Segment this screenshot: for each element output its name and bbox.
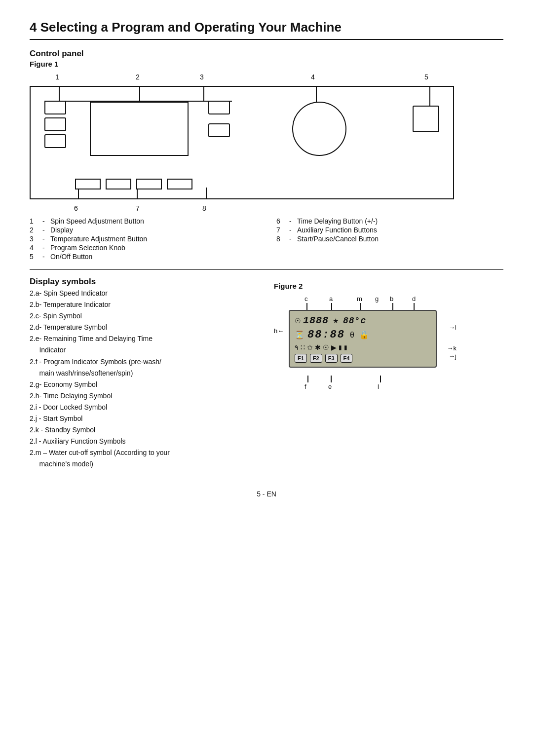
num-label-2: 2 [136,73,140,81]
line-e [331,376,332,382]
display-row4: F1 F2 F3 F4 [295,354,431,363]
num-label-8: 8 [202,204,206,212]
num-label-7: 7 [136,204,140,212]
control-panel-diagram [30,86,454,199]
temp-btn-1 [208,101,230,114]
figure2-display: ☉ 1888 ★ 88°c ⏳ 88:88 θ 🔒 ٩ ∷ ✩ ✱ [289,310,437,368]
spin-btn-2 [44,117,66,131]
figure1-label: Figure 1 [30,60,503,68]
section1-title: Control panel [30,49,503,59]
num-label-4: 4 [311,73,315,81]
ind-8 [136,179,162,189]
part-2: 2 - Display [30,226,257,234]
ann-k: →k [447,344,457,352]
ann-c: c [305,295,308,302]
temp-btn-2 [208,123,230,137]
lock-icon: 🔒 [359,330,369,340]
symbols-left: Display symbols 2.a- Spin Speed Indicato… [30,277,259,470]
line-m [360,303,361,310]
spin-count: 1888 [303,315,329,326]
star-icon: ★ [333,317,339,325]
ann-f: f [305,383,306,390]
ann-d: d [412,295,416,302]
ann-i: →i [449,324,457,331]
ann-h: h← [274,327,284,335]
f2-button: F2 [310,354,322,363]
part-5: 5 - On/Off Button [30,253,257,261]
program-knob [292,102,346,156]
icon-wash2: ∷ [301,343,305,351]
part-1: 1 - Spin Speed Adjustment Button [30,217,257,225]
icon-wash5: ☉ [323,343,329,351]
sym-2g: 2.g- Economy Symbol [30,379,259,390]
control-panel-diagram-wrapper: 1 2 3 4 5 [30,86,454,199]
bottom-indicators [75,179,192,189]
sym-2c: 2.c- Spin Symbol [30,310,259,322]
control-panel-section: Control panel Figure 1 1 2 3 4 5 [30,49,503,261]
onoff-btn [413,106,439,132]
sym-2b: 2.b- Temperature Indicator [30,299,259,310]
part-8: 8 - Start/Pause/Cancel Button [276,235,503,243]
line-b [392,303,393,310]
ind-9 [167,179,192,189]
parts-list: 1 - Spin Speed Adjustment Button 2 - Dis… [30,217,503,261]
parts-col-left: 1 - Spin Speed Adjustment Button 2 - Dis… [30,217,257,261]
page-footer: 5 - EN [30,490,503,498]
f4-button: F4 [341,354,353,363]
sym-2k: 2.k - Standby Symbol [30,424,259,436]
section-divider [30,269,503,270]
icon-standby1: ▮ [339,344,342,351]
eco-icon: θ [350,331,354,340]
display-element [90,102,189,156]
line-l [380,376,381,382]
sym-2h: 2.h- Time Delaying Symbol [30,390,259,402]
part-3: 3 - Temperature Adjustment Button [30,235,257,243]
sym-2j: 2.j - Start Symbol [30,413,259,424]
sym-2d: 2.d- Temperature Symbol [30,322,259,333]
page-title: 4 Selecting a Program and Operating Your… [30,20,503,40]
parts-col-right: 6 - Time Delaying Button (+/-) 7 - Auxil… [276,217,503,261]
icon-play: ▶ [331,343,337,351]
icon-wash4: ✱ [315,343,321,351]
hourglass-icon: ⏳ [295,330,305,340]
icon-target: ☉ [295,317,301,325]
spin-btn-1 [44,101,66,114]
ind-7 [106,179,131,189]
section2-title: Display symbols [30,277,259,287]
time-value: 88:88 [307,329,345,341]
display-row1: ☉ 1888 ★ 88°c [295,315,431,326]
sym-2a: 2.a- Spin Speed Indicator [30,288,259,299]
ind-6 [75,179,101,189]
ann-b: b [390,295,393,302]
display-row2: ⏳ 88:88 θ 🔒 [295,329,431,341]
ann-g: g [375,295,379,302]
figure2-label: Figure 2 [274,282,503,290]
part-6: 6 - Time Delaying Button (+/-) [276,217,503,225]
icon-wash1: ٩ [295,343,299,351]
symbols-list: 2.a- Spin Speed Indicator 2.b- Temperatu… [30,288,259,470]
display-symbols-section: Display symbols 2.a- Spin Speed Indicato… [30,277,503,470]
display-row3: ٩ ∷ ✩ ✱ ☉ ▶ ▮ ▮ [295,343,431,351]
sym-2m: 2.m – Water cut-off symbol (According to… [30,447,259,470]
figure2-container: Figure 2 c a m g b d ☉ 1888 ★ [274,277,503,470]
ann-a: a [329,295,333,302]
ann-j: →j [449,352,457,360]
line-c [306,303,307,310]
temp-value: 88°c [343,316,366,326]
line-a [331,303,332,310]
line-d [414,303,415,310]
ann-e: e [328,383,332,390]
ann-m: m [357,295,362,302]
part-7: 7 - Auxiliary Function Buttons [276,226,503,234]
sym-2i: 2.i - Door Locked Symbol [30,402,259,413]
sym-2e: 2.e- Remaining Time and Delaying Time In… [30,333,259,356]
part-4: 4 - Program Selection Knob [30,244,257,252]
sym-2l: 2.l - Auxiliary Function Symbols [30,436,259,447]
icon-wash3: ✩ [307,343,313,351]
num-label-6: 6 [74,204,78,212]
ann-l: l [378,383,379,390]
btn-group-temp [208,101,230,137]
btn-group-spin [44,101,66,148]
sym-2f: 2.f - Program Indicator Symbols (pre-was… [30,356,259,379]
num-label-3: 3 [200,73,204,81]
